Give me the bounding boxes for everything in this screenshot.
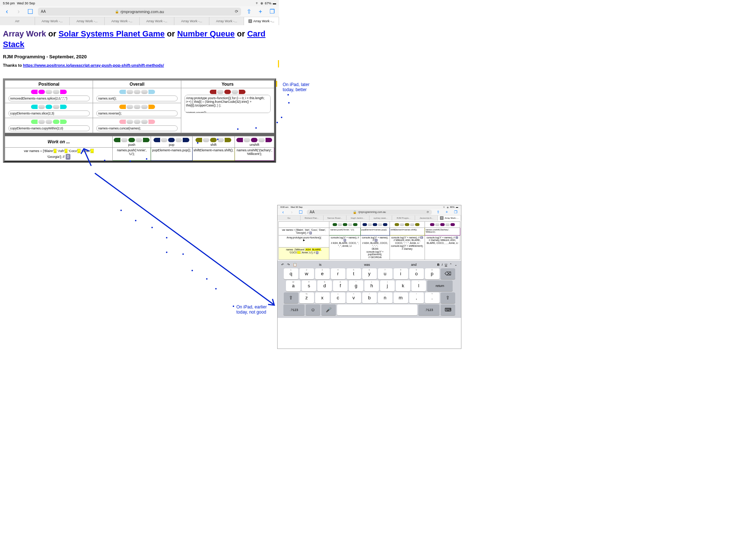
code-unshift[interactable]: names.unshift('Zachary', 'Millicent'); bbox=[425, 228, 460, 236]
code-pop[interactable]: popElement=names.pop(); bbox=[151, 148, 192, 160]
text-size-icon[interactable]: AA bbox=[310, 210, 314, 214]
key-numbers-left[interactable]: .?123 bbox=[283, 304, 305, 315]
tab[interactable]: Array Work -... bbox=[140, 17, 175, 25]
thanks-link[interactable]: https://www.positronx.io/javascript-arra… bbox=[23, 63, 164, 67]
chevron-down-icon[interactable]: ⌄ bbox=[454, 263, 457, 267]
key-period[interactable]: ?. bbox=[425, 292, 440, 303]
suggest[interactable]: and bbox=[390, 263, 437, 267]
key-e[interactable]: 3e bbox=[315, 268, 330, 279]
close-icon[interactable]: × bbox=[248, 19, 252, 23]
key-s[interactable]: #s bbox=[302, 280, 316, 291]
tab[interactable]: Array Work -... bbox=[209, 17, 244, 25]
tab-active[interactable]: ×Array Work -... bbox=[438, 215, 461, 221]
reload-icon[interactable]: ⟳ bbox=[427, 211, 429, 214]
key-shift-left[interactable]: ⇧ bbox=[284, 292, 298, 303]
suggest[interactable]: is bbox=[297, 263, 344, 267]
key-m[interactable]: :m bbox=[394, 292, 408, 303]
key-t[interactable]: 5t bbox=[347, 268, 361, 279]
input-sort[interactable] bbox=[96, 96, 178, 101]
forward-button[interactable]: › bbox=[15, 8, 23, 16]
input-copywithin[interactable] bbox=[8, 125, 90, 131]
undo-icon[interactable]: ↶ bbox=[281, 263, 284, 267]
key-numbers-right[interactable]: .?123 bbox=[418, 304, 440, 315]
key-c[interactable]: +c bbox=[331, 292, 345, 303]
textarea-yours[interactable]: Array.prototype.yours=function(){ for (i… bbox=[185, 95, 271, 113]
code-unshift[interactable]: names.unshift('Zachary', 'Millicent'); bbox=[235, 148, 274, 160]
key-g[interactable]: *g bbox=[349, 280, 363, 291]
bookmarks-icon[interactable]: ☐ bbox=[26, 8, 34, 16]
chevron-up-icon[interactable]: ⌃ bbox=[449, 263, 452, 267]
new-tab-icon[interactable]: + bbox=[256, 8, 264, 15]
key-return[interactable]: return bbox=[427, 280, 453, 291]
key-f[interactable]: &f bbox=[333, 280, 348, 291]
back-button[interactable]: ‹ bbox=[3, 8, 11, 16]
underline-button[interactable]: U bbox=[445, 263, 447, 267]
link-queue[interactable]: Number Queue bbox=[177, 29, 235, 38]
key-a[interactable]: @a bbox=[286, 280, 301, 291]
tab[interactable]: Narrow Road... bbox=[324, 215, 347, 221]
tabs-icon[interactable]: ❐ bbox=[268, 8, 276, 15]
key-p[interactable]: 0p bbox=[425, 268, 440, 279]
tab[interactable]: Hugh Jackm... bbox=[347, 215, 369, 221]
tab[interactable]: sydney weat... bbox=[369, 215, 392, 221]
code-push[interactable]: names.push('Annie', 'Li'); bbox=[329, 228, 360, 236]
input-splice[interactable] bbox=[8, 96, 90, 101]
key-o[interactable]: 9o bbox=[409, 268, 424, 279]
bookmarks-icon[interactable]: ☐ bbox=[298, 208, 303, 216]
key-l[interactable]: "l bbox=[411, 280, 426, 291]
close-icon[interactable]: × bbox=[440, 216, 444, 220]
key-d[interactable]: $d bbox=[317, 280, 332, 291]
share-icon[interactable]: ⇧ bbox=[436, 210, 441, 214]
code-shift[interactable]: shiftElement=names.shift(); bbox=[192, 148, 235, 160]
tab[interactable]: Array Work -... bbox=[174, 17, 209, 25]
key-r[interactable]: 4r bbox=[331, 268, 345, 279]
tabs-icon[interactable]: ❐ bbox=[453, 210, 458, 214]
text-size-icon[interactable]: AA bbox=[41, 9, 46, 13]
key-j[interactable]: )j bbox=[380, 280, 395, 291]
code-shift[interactable]: shiftElement=names.shift(); bbox=[390, 228, 425, 236]
url-bar[interactable]: AA 🔒 rjmprogramming.com.au ⟳ bbox=[307, 210, 432, 215]
input-slice[interactable] bbox=[8, 110, 90, 116]
key-h[interactable]: (h bbox=[364, 280, 379, 291]
input-reverse[interactable] bbox=[96, 110, 178, 116]
key-comma[interactable]: !, bbox=[409, 292, 424, 303]
code-pop[interactable]: popElement=names.pop(); bbox=[360, 228, 390, 236]
key-k[interactable]: 'k bbox=[396, 280, 410, 291]
tab[interactable]: Arr bbox=[0, 17, 35, 25]
key-mic[interactable]: 🎤 bbox=[321, 304, 336, 315]
key-x[interactable]: -x bbox=[315, 292, 330, 303]
key-n[interactable]: ;n bbox=[378, 292, 392, 303]
link-solar[interactable]: Solar Systems Planet Game bbox=[58, 29, 165, 38]
key-v[interactable]: =v bbox=[347, 292, 361, 303]
key-hide-keyboard[interactable]: ⌨ bbox=[441, 304, 455, 315]
key-w[interactable]: 2w bbox=[299, 268, 314, 279]
tab[interactable]: Array Work -... bbox=[35, 17, 70, 25]
key-space[interactable] bbox=[337, 304, 417, 315]
italic-button[interactable]: I bbox=[442, 263, 443, 267]
key-u[interactable]: 7u bbox=[378, 268, 392, 279]
key-b[interactable]: /b bbox=[362, 292, 377, 303]
tab[interactable]: RJM Progra... bbox=[392, 215, 415, 221]
key-q[interactable]: 1q bbox=[284, 268, 298, 279]
tab[interactable]: Richard Flan... bbox=[301, 215, 324, 221]
suggest[interactable]: was bbox=[344, 263, 390, 267]
tab-active[interactable]: ×Array Work -... bbox=[244, 17, 279, 25]
share-icon[interactable]: ⇧ bbox=[245, 8, 253, 15]
key-shift-right[interactable]: ⇧ bbox=[441, 292, 455, 303]
tab[interactable]: Array Work -... bbox=[105, 17, 140, 25]
input-concat[interactable] bbox=[96, 125, 178, 131]
key-i[interactable]: 8i bbox=[394, 268, 408, 279]
back-button[interactable]: ‹ bbox=[280, 208, 286, 216]
new-tab-icon[interactable]: + bbox=[444, 210, 449, 214]
key-emoji[interactable]: ☺ bbox=[306, 304, 320, 315]
tab[interactable]: Gu bbox=[278, 215, 301, 221]
redo-icon[interactable]: ↷ bbox=[287, 263, 290, 267]
code-push[interactable]: names.push('Annie', 'Li'); bbox=[113, 148, 151, 160]
paste-icon[interactable]: 📋 bbox=[293, 263, 297, 267]
key-backspace[interactable]: ⌫ bbox=[441, 268, 455, 279]
url-bar[interactable]: AA 🔒 rjmprogramming.com.au ⟳ bbox=[38, 8, 241, 16]
bold-button[interactable]: B bbox=[437, 263, 440, 267]
tab[interactable]: Javascript A... bbox=[415, 215, 438, 221]
tab[interactable]: Array Work -... bbox=[70, 17, 105, 25]
key-z[interactable]: %z bbox=[299, 292, 314, 303]
